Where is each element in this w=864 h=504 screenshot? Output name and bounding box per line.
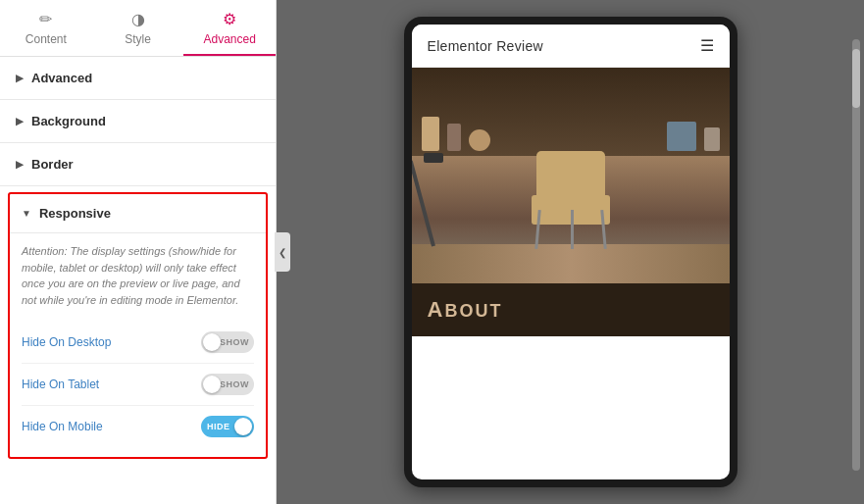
tab-content-label: Content (25, 32, 67, 46)
lamp-pole (412, 161, 435, 247)
chair-leg-left (534, 210, 540, 249)
shelf-item-4 (667, 122, 696, 151)
hide-tablet-toggle[interactable]: SHOW (201, 374, 254, 395)
chevron-down-icon: ▼ (22, 208, 31, 219)
hide-tablet-row: Hide On Tablet SHOW (22, 364, 254, 406)
sections-list: ▶ Advanced ▶ Background ▶ Border ▼ Respo… (0, 57, 276, 504)
tab-style[interactable]: ◑ Style (92, 0, 184, 56)
section-advanced-header[interactable]: ▶ Advanced (0, 57, 276, 100)
tab-bar: ✏ Content ◑ Style ⚙ Advanced (0, 0, 276, 57)
content-icon: ✏ (39, 10, 52, 28)
responsive-label: Responsive (39, 206, 111, 221)
hamburger-icon[interactable]: ☰ (700, 36, 714, 55)
site-title: Elementor Review (428, 38, 543, 54)
hero-image (412, 68, 730, 283)
responsive-section: ▼ Responsive Attention: The display sett… (8, 192, 268, 459)
hide-mobile-knob (234, 418, 252, 435)
chair-leg-center (571, 210, 574, 249)
responsive-content: Attention: The display settings (show/hi… (10, 233, 266, 457)
hide-mobile-toggle-wrap: HIDE (201, 416, 254, 437)
hide-mobile-row: Hide On Mobile HIDE (22, 406, 254, 447)
section-background-label: Background (31, 114, 106, 128)
tab-style-label: Style (125, 32, 151, 46)
hide-desktop-row: Hide On Desktop SHOW (22, 322, 254, 364)
hide-tablet-toggle-wrap: SHOW (201, 374, 254, 395)
hide-desktop-knob (203, 333, 221, 351)
chevron-right-icon-bg: ▶ (16, 116, 24, 126)
style-icon: ◑ (131, 10, 145, 28)
chevron-right-icon: ▶ (16, 73, 24, 83)
left-panel: ✏ Content ◑ Style ⚙ Advanced ▶ Advanced … (0, 0, 277, 504)
shelf-item-5 (704, 127, 720, 151)
responsive-section-header[interactable]: ▼ Responsive (10, 194, 266, 233)
phone-mockup: Elementor Review ☰ (404, 17, 737, 487)
shelf (412, 68, 730, 156)
shelf-item-3 (469, 129, 490, 151)
tab-content[interactable]: ✏ Content (0, 0, 92, 56)
chair-legs-wrap (536, 200, 605, 249)
hide-mobile-label: Hide On Mobile (22, 420, 103, 433)
responsive-note: Attention: The display settings (show/hi… (22, 243, 254, 308)
hide-desktop-label: Hide On Desktop (22, 335, 111, 349)
hide-tablet-label: Hide On Tablet (22, 378, 99, 391)
desk-scene (412, 68, 730, 283)
hide-mobile-toggle-text: HIDE (207, 422, 230, 431)
tab-advanced[interactable]: ⚙ Advanced (183, 0, 276, 56)
lamp-wrap (432, 158, 435, 246)
hide-mobile-toggle[interactable]: HIDE (201, 416, 254, 437)
tab-advanced-label: Advanced (203, 32, 255, 46)
section-background-header[interactable]: ▶ Background (0, 100, 276, 143)
hide-desktop-toggle[interactable]: SHOW (201, 331, 254, 353)
hide-desktop-toggle-text: SHOW (220, 337, 249, 347)
chair-back (536, 151, 605, 200)
section-border-header[interactable]: ▶ Border (0, 143, 276, 186)
hide-desktop-toggle-wrap: SHOW (201, 331, 254, 353)
shelf-item-2 (447, 124, 461, 151)
floor (412, 244, 730, 283)
collapse-panel-button[interactable]: ❮ (275, 232, 290, 272)
right-preview: Elementor Review ☰ (277, 0, 864, 504)
about-section: ABOUT (412, 283, 730, 336)
phone-screen: Elementor Review ☰ (412, 25, 730, 479)
section-advanced-label: Advanced (31, 71, 92, 85)
advanced-icon: ⚙ (223, 10, 236, 28)
chevron-right-icon-border: ▶ (16, 159, 24, 170)
hide-tablet-toggle-text: SHOW (220, 379, 249, 389)
section-border-label: Border (31, 157, 74, 172)
about-title: ABOUT (428, 297, 503, 322)
lamp-head (424, 153, 443, 163)
hide-tablet-knob (203, 376, 221, 393)
shelf-item-1 (422, 117, 439, 151)
site-header: Elementor Review ☰ (412, 25, 730, 68)
